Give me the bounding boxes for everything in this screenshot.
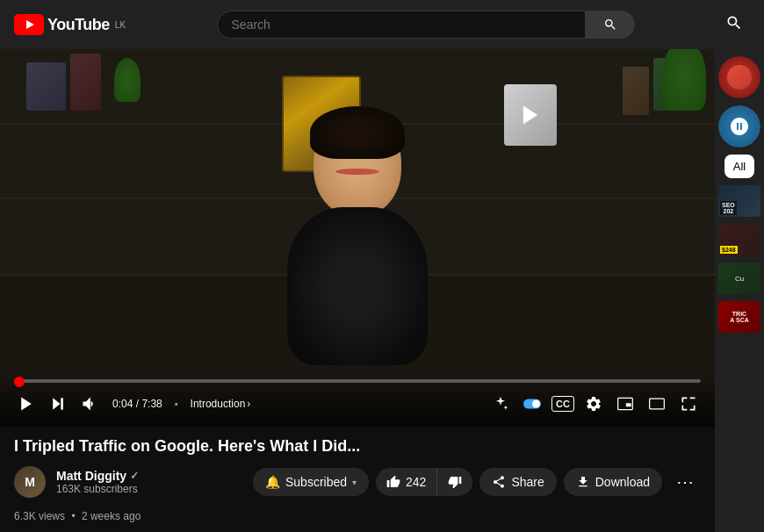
bell-icon: 🔔 [265, 475, 280, 489]
sidebar-thumb-money[interactable]: $248 [718, 224, 760, 255]
svg-rect-11 [650, 399, 665, 409]
next-icon [49, 395, 67, 413]
theater-button[interactable] [645, 392, 669, 416]
search-input[interactable] [218, 11, 585, 38]
channel-avatar[interactable]: M [14, 466, 46, 498]
channel-name: Matt Diggity ✓ [56, 469, 139, 483]
more-options-button[interactable]: ⋯ [669, 464, 701, 500]
like-btn-group: 242 [376, 468, 472, 496]
search-container [147, 11, 704, 39]
logo-area: YouTube LK [14, 14, 126, 35]
settings-button[interactable] [581, 392, 606, 416]
next-button[interactable] [46, 392, 70, 416]
svg-rect-5 [61, 398, 63, 409]
chapter-arrow: › [247, 398, 250, 410]
fullscreen-button[interactable] [676, 392, 701, 416]
sidebar-thumb-tric[interactable]: TRICA SCA [718, 301, 760, 333]
time-dot: • [175, 399, 178, 409]
video-player[interactable]: 0:04 / 7:38 • Introduction › [0, 49, 715, 427]
video-controls: 0:04 / 7:38 • Introduction › [0, 372, 715, 427]
youtube-logo[interactable]: YouTube LK [14, 14, 126, 35]
youtube-icon [14, 14, 44, 35]
subscribed-button[interactable]: 🔔 Subscribed ▾ [253, 468, 369, 496]
play-award [504, 84, 557, 146]
dropdown-arrow-icon: ▾ [352, 478, 357, 487]
view-count-row: 6.3K views • 2 weeks ago [0, 507, 715, 522]
price-badge: $248 [720, 246, 738, 254]
share-button[interactable]: Share [479, 468, 556, 496]
channel-row: M Matt Diggity ✓ 163K subscribers 🔔 Subs… [14, 464, 701, 500]
svg-rect-10 [626, 403, 631, 406]
header-right [718, 7, 750, 43]
subscribed-label: Subscribed [285, 475, 347, 489]
theater-icon [648, 395, 666, 413]
sidebar-video-money-bg: $248 [718, 224, 760, 255]
country-code: LK [115, 20, 126, 30]
sidebar-thumb-1-bg [718, 56, 760, 98]
video-title: I Tripled Traffic on Google. Here's What… [14, 437, 701, 456]
sidebar-video-green-bg: Cu [718, 262, 760, 294]
autoplay-toggle[interactable] [520, 392, 544, 416]
sidebar-thumb-1[interactable] [718, 56, 760, 98]
progress-fill [14, 379, 20, 383]
header: YouTube LK [0, 0, 764, 49]
search-button[interactable] [586, 11, 635, 39]
search-icon [603, 18, 617, 32]
sidebar-thumb-seo[interactable]: SEO202 [718, 185, 760, 217]
miniplayer-icon [616, 395, 634, 413]
video-section: 0:04 / 7:38 • Introduction › [0, 49, 715, 532]
channel-info: Matt Diggity ✓ 163K subscribers [56, 469, 139, 495]
magic-icon [492, 395, 509, 413]
captions-button[interactable]: CC [551, 396, 574, 412]
progress-bar[interactable] [14, 379, 701, 383]
thumb1-inner [727, 65, 753, 90]
chapter-label: Introduction › [191, 398, 251, 410]
shelf-item-left [26, 62, 66, 111]
room-scene [0, 49, 715, 427]
svg-point-8 [532, 400, 540, 408]
video-info: I Tripled Traffic on Google. Here's What… [0, 427, 715, 507]
svg-marker-2 [523, 106, 537, 125]
volume-icon [81, 395, 98, 413]
play-button[interactable] [14, 392, 39, 416]
shelf-item-left2 [70, 54, 101, 111]
header-search-button[interactable] [718, 7, 750, 43]
share-label: Share [511, 475, 544, 489]
dislike-icon [448, 475, 462, 489]
all-chip[interactable]: All [724, 155, 754, 178]
svg-marker-3 [21, 398, 32, 411]
magic-button[interactable] [488, 392, 513, 416]
dislike-button[interactable] [437, 468, 472, 496]
sidebar-video-seo-bg: SEO202 [718, 185, 760, 217]
tric-label: TRICA SCA [730, 311, 749, 323]
more-dots-icon: ⋯ [676, 472, 694, 492]
plant-left [114, 58, 141, 102]
miniplayer-button[interactable] [613, 392, 638, 416]
download-icon [576, 475, 590, 489]
main-layout: 0:04 / 7:38 • Introduction › [0, 49, 764, 532]
sidebar-video-tric-bg: TRICA SCA [718, 301, 760, 333]
channel-actions: 🔔 Subscribed ▾ 242 [253, 464, 701, 500]
download-button[interactable]: Download [564, 468, 662, 496]
volume-button[interactable] [77, 392, 102, 416]
face-body [287, 207, 428, 365]
seo-label: SEO202 [720, 201, 737, 215]
sidebar-thumb-green[interactable]: Cu [718, 262, 760, 294]
download-label: Download [595, 475, 650, 489]
svg-marker-6 [83, 398, 90, 411]
subscriber-count: 163K subscribers [56, 483, 139, 495]
time-total: 7:38 [141, 398, 162, 410]
chapter-name: Introduction [191, 398, 246, 410]
shelf-item-right2 [623, 67, 649, 115]
right-sidebar: All SEO202 $248 Cu TRICA SCA [715, 49, 764, 532]
header-search-icon [725, 14, 743, 32]
like-button[interactable]: 242 [376, 468, 437, 496]
youtube-wordmark: YouTube [47, 16, 110, 34]
sidebar-thumb-2[interactable] [718, 105, 760, 147]
time-display: 0:04 / 7:38 [112, 398, 162, 410]
share-icon [492, 475, 506, 489]
controls-row: 0:04 / 7:38 • Introduction › [14, 392, 701, 416]
channel-name-text: Matt Diggity [56, 469, 126, 483]
sidebar-thumb-2-bg [718, 105, 760, 147]
settings-icon [585, 395, 602, 413]
